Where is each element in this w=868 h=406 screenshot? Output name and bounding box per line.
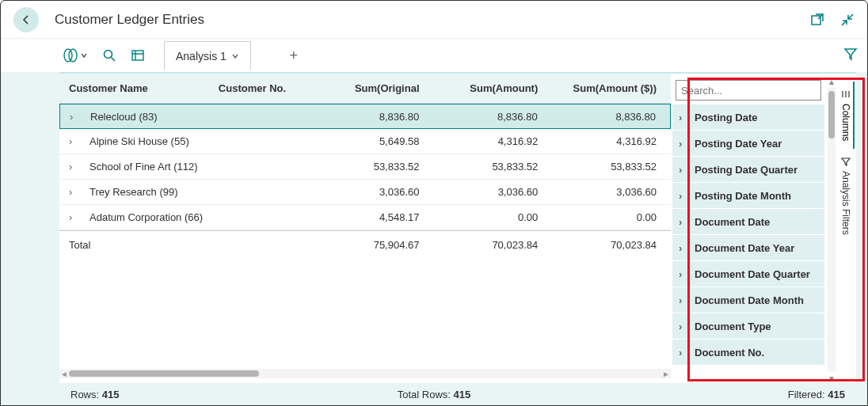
cell-value: 53,833.52: [552, 161, 671, 173]
customer-name: School of Fine Art (112): [89, 161, 198, 173]
side-tab-columns[interactable]: Columns: [839, 82, 855, 149]
chevron-right-icon: ›: [679, 294, 690, 306]
field-item[interactable]: ›Document Date Year: [672, 235, 824, 260]
column-header[interactable]: Sum(Amount): [434, 82, 553, 94]
collapse-button[interactable]: [840, 13, 855, 27]
columns-icon: [841, 89, 851, 99]
total-value: 70,023.84: [434, 239, 553, 251]
table-row[interactable]: ›Relecloud (83)8,836.808,836.808,836.80: [59, 104, 671, 129]
field-item[interactable]: ›Document Type: [672, 313, 824, 339]
expand-icon[interactable]: ›: [69, 161, 83, 173]
table-row[interactable]: ›Trey Research (99)3,036.603,036.603,036…: [59, 180, 671, 205]
chevron-down-icon: [80, 51, 88, 59]
field-label: Document Type: [695, 321, 771, 332]
list-view-button[interactable]: [131, 39, 145, 72]
funnel-icon: [843, 47, 858, 61]
scroll-up-icon[interactable]: ▲: [828, 77, 836, 86]
total-label: Total: [59, 239, 214, 251]
customer-name: Trey Research (99): [89, 186, 178, 198]
popout-button[interactable]: [810, 13, 824, 27]
table-row[interactable]: ›School of Fine Art (112)53,833.5253,833…: [59, 154, 671, 180]
expand-icon[interactable]: ›: [70, 111, 84, 123]
chevron-right-icon: ›: [679, 347, 690, 359]
side-tab-filters[interactable]: Analysis Filters: [839, 149, 855, 243]
add-tab-button[interactable]: +: [280, 41, 308, 70]
vertical-scrollbar[interactable]: ▲ ▼: [826, 74, 837, 383]
svg-point-1: [64, 49, 72, 62]
field-item[interactable]: ›Document No.: [672, 340, 824, 365]
status-rows: Rows: 415: [70, 389, 119, 400]
cell-value: 53,833.52: [315, 161, 434, 173]
customer-name: Adatum Corporation (66): [89, 211, 203, 223]
chevron-right-icon: ›: [679, 216, 690, 228]
svg-rect-4: [132, 51, 143, 60]
field-label: Document Date Quarter: [695, 268, 810, 280]
popout-icon: [810, 13, 824, 27]
horizontal-scrollbar[interactable]: ◄ ►: [59, 369, 671, 378]
filter-toggle-button[interactable]: [843, 47, 858, 63]
table-row[interactable]: ›Adatum Corporation (66)4,548.170.000.00: [59, 205, 671, 230]
scroll-thumb[interactable]: [69, 370, 259, 377]
side-tabs: Columns Analysis Filters: [837, 74, 856, 383]
expand-icon[interactable]: ›: [69, 186, 83, 198]
field-item[interactable]: ›Posting Date Quarter: [672, 157, 824, 182]
field-item[interactable]: ›Document Date: [672, 209, 824, 234]
data-grid: Customer Name Customer No. Sum(Original …: [59, 74, 671, 383]
field-item[interactable]: ›Posting Date Year: [672, 131, 824, 156]
customer-name: Relecloud (83): [90, 111, 158, 123]
chevron-right-icon: ›: [679, 164, 690, 176]
column-header[interactable]: Sum(Original: [315, 82, 434, 94]
titlebar: Customer Ledger Entries: [1, 1, 867, 39]
column-header[interactable]: Customer Name: [59, 82, 214, 94]
cell-value: 4,316.92: [434, 135, 553, 147]
cell-value: 8,836.80: [552, 111, 670, 123]
field-label: Posting Date: [695, 112, 757, 123]
expand-icon[interactable]: ›: [69, 211, 83, 223]
field-item[interactable]: ›Document Date Month: [672, 287, 824, 313]
total-row: Total 75,904.67 70,023.84 70,023.84: [59, 230, 671, 259]
cell-value: 0.00: [434, 211, 553, 223]
total-value: 75,904.67: [315, 239, 434, 251]
analysis-tab-label: Analysis 1: [176, 50, 227, 63]
search-button[interactable]: [102, 39, 116, 72]
plus-icon: +: [290, 47, 299, 64]
cell-value: 3,036.60: [434, 186, 553, 198]
total-value: 70,023.84: [552, 239, 671, 251]
field-item[interactable]: ›Posting Date Month: [672, 183, 824, 208]
grid-header-row: Customer Name Customer No. Sum(Original …: [59, 74, 671, 104]
customer-name: Alpine Ski House (55): [89, 135, 189, 147]
chevron-right-icon: ›: [679, 242, 690, 254]
chevron-right-icon: ›: [679, 190, 690, 202]
status-filtered: Filtered: 415: [788, 389, 845, 400]
status-bar: Rows: 415 Total Rows: 415 Filtered: 415: [59, 383, 856, 405]
table-row[interactable]: ›Alpine Ski House (55)5,649.584,316.924,…: [59, 129, 671, 154]
scroll-thumb[interactable]: [828, 91, 835, 138]
field-label: Document Date: [695, 216, 770, 228]
cell-value: 4,548.17: [315, 211, 434, 223]
chevron-down-icon: [231, 52, 239, 60]
scroll-down-icon[interactable]: ▼: [828, 374, 836, 383]
back-arrow-icon: [20, 13, 32, 26]
field-label: Posting Date Year: [695, 138, 782, 150]
field-item[interactable]: ›Document Date Quarter: [672, 261, 824, 286]
fields-search-input[interactable]: [676, 80, 821, 101]
pivot-mode-button[interactable]: [63, 39, 88, 72]
analysis-tab[interactable]: Analysis 1: [164, 41, 251, 70]
cell-value: 3,036.60: [315, 186, 434, 198]
expand-icon[interactable]: ›: [69, 135, 83, 147]
column-header[interactable]: Sum(Amount ($)): [552, 82, 671, 94]
column-header[interactable]: Customer No.: [214, 82, 315, 94]
cell-value: 3,036.60: [552, 186, 671, 198]
cell-value: 8,836.80: [433, 111, 551, 123]
back-button[interactable]: [13, 7, 39, 32]
field-label: Posting Date Month: [695, 190, 791, 202]
chevron-right-icon: ›: [679, 138, 690, 150]
cell-value: 53,833.52: [434, 161, 553, 173]
field-item[interactable]: ›Posting Date: [672, 104, 824, 130]
status-total-rows: Total Rows: 415: [398, 389, 471, 400]
content-area: Customer Name Customer No. Sum(Original …: [1, 72, 867, 405]
scroll-right-icon[interactable]: ►: [661, 369, 671, 378]
cell-value: 8,836.80: [315, 111, 433, 123]
scroll-left-icon[interactable]: ◄: [59, 369, 69, 378]
page-title: Customer Ledger Entries: [55, 12, 204, 28]
